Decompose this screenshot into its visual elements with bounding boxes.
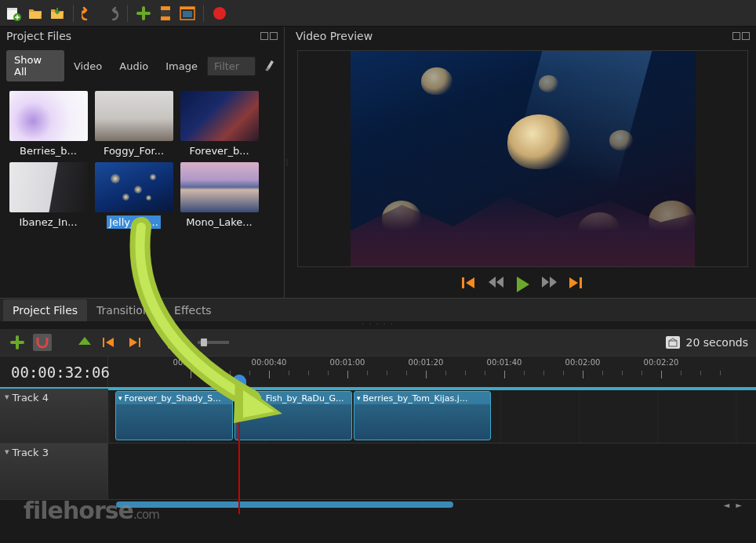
video-preview-title: Video Preview — [296, 30, 373, 42]
filter-input[interactable] — [207, 56, 256, 76]
panel-window-controls[interactable] — [260, 32, 278, 40]
track-header[interactable]: ▾ Track 4 — [0, 389, 108, 443]
timeline-toolbar: ⊕ 20 seconds — [0, 329, 756, 356]
svg-rect-6 — [180, 7, 194, 9]
timeline-clip[interactable]: ▾Forever_by_Shady_S... — [115, 391, 233, 440]
svg-rect-4 — [161, 10, 170, 16]
thumbnail-label: Jelly_Fis... — [107, 215, 161, 229]
rewind-button[interactable] — [489, 277, 504, 295]
thumbnail-item[interactable]: Forever_b... — [179, 91, 260, 157]
thumbnail-item[interactable]: Berries_b... — [8, 91, 89, 157]
track-row: ▾ Track 4 ▾Forever_by_Shady_S...▾Jelly_F… — [0, 387, 756, 443]
prev-marker-button[interactable] — [100, 334, 119, 351]
svg-rect-13 — [669, 341, 677, 346]
preview-viewport — [297, 50, 748, 267]
upper-panels: Project Files Show All Video Audio Image… — [0, 27, 756, 298]
timecode-display: 00:00:32:06 — [0, 357, 108, 387]
scroll-left-icon[interactable]: ◄ — [721, 501, 733, 509]
track-header[interactable]: ▾ Track 3 — [0, 443, 108, 499]
zoom-level-label: 20 seconds — [686, 336, 749, 349]
playhead[interactable] — [238, 389, 240, 514]
next-marker-button[interactable] — [125, 334, 144, 351]
timeline-ruler-row: 00:00:32:06 00:00:2000:00:4000:01:0000:0… — [0, 356, 756, 387]
panel-window-controls[interactable] — [732, 32, 750, 40]
horizontal-splitter[interactable]: · · · · · — [0, 321, 756, 329]
add-track-button[interactable] — [8, 334, 27, 351]
profile-button[interactable] — [157, 5, 174, 22]
tab-effects[interactable]: Effects — [165, 299, 221, 321]
save-project-button[interactable] — [49, 5, 66, 22]
undo-button[interactable] — [81, 5, 98, 22]
chevron-down-icon[interactable]: ▾ — [5, 392, 9, 402]
thumbnail-item[interactable]: Foggy_For... — [93, 91, 174, 157]
watermark-text: filehorse — [24, 497, 133, 524]
jump-start-button[interactable] — [462, 277, 478, 295]
timeline-tracks: ▾ Track 4 ▾Forever_by_Shady_S...▾Jelly_F… — [0, 387, 756, 509]
playback-controls — [289, 270, 756, 298]
filter-image[interactable]: Image — [158, 56, 205, 76]
timeline-clip[interactable]: ▾Jelly_Fish_by_RaDu_G... — [234, 391, 352, 440]
jump-end-button[interactable] — [569, 277, 584, 295]
snap-button[interactable] — [33, 334, 52, 351]
filter-video[interactable]: Video — [66, 56, 110, 76]
track-name-label: Track 4 — [13, 392, 49, 404]
new-project-button[interactable] — [5, 5, 22, 22]
fast-forward-button[interactable] — [542, 277, 558, 295]
track-row: ▾ Track 3 — [0, 443, 756, 500]
project-files-title: Project Files — [6, 30, 71, 42]
svg-rect-11 — [103, 338, 104, 347]
filter-show-all[interactable]: Show All — [6, 50, 64, 81]
main-toolbar — [0, 0, 756, 27]
fullscreen-button[interactable] — [179, 5, 196, 22]
chevron-down-icon[interactable]: ▾ — [5, 447, 9, 457]
thumbnail-item[interactable]: Ibanez_In... — [8, 162, 89, 229]
timeline-ruler[interactable]: 00:00:2000:00:4000:01:0000:01:2000:01:40… — [108, 357, 756, 387]
video-preview-panel: Video Preview — [289, 27, 756, 298]
tab-project-files[interactable]: Project Files — [3, 299, 87, 321]
redo-button[interactable] — [103, 5, 120, 22]
svg-rect-1 — [7, 8, 17, 10]
track-name-label: Track 3 — [13, 447, 49, 458]
project-files-filter-bar: Show All Video Audio Image — [0, 45, 284, 86]
thumbnail-item[interactable]: Mono_Lake... — [179, 162, 260, 229]
thumbnail-grid: Berries_b...Foggy_For...Forever_b...Iban… — [0, 86, 284, 233]
svg-rect-7 — [183, 11, 192, 17]
tab-transitions[interactable]: Transitions — [87, 299, 165, 321]
project-files-panel: Project Files Show All Video Audio Image… — [0, 27, 285, 298]
zoom-slider[interactable] — [198, 341, 229, 344]
thumbnail-item[interactable]: Jelly_Fis... — [93, 162, 174, 229]
video-preview-header: Video Preview — [289, 27, 756, 45]
svg-rect-10 — [580, 277, 582, 288]
svg-rect-9 — [462, 277, 464, 288]
center-playhead-button[interactable]: ⊕ — [168, 336, 180, 349]
zoom-readout-icon[interactable] — [666, 336, 680, 349]
scrollbar-thumb[interactable] — [116, 501, 453, 508]
svg-rect-12 — [139, 338, 140, 347]
thumbnail-label: Berries_b... — [17, 144, 79, 157]
project-files-header: Project Files — [0, 27, 284, 45]
lower-panel-tabs: Project Files Transitions Effects — [0, 298, 756, 321]
timeline-clip[interactable]: ▾Berries_by_Tom_Kijas.j... — [354, 391, 491, 440]
watermark: filehorse.com — [24, 497, 159, 524]
thumbnail-label: Foggy_For... — [101, 144, 166, 157]
thumbnail-label: Forever_b... — [187, 144, 251, 157]
export-button[interactable] — [211, 5, 228, 22]
track-lane[interactable] — [108, 443, 756, 499]
clear-filter-icon[interactable] — [262, 57, 278, 75]
svg-point-8 — [213, 7, 226, 20]
track-lane[interactable]: ▾Forever_by_Shady_S...▾Jelly_Fish_by_RaD… — [108, 389, 756, 443]
filter-audio[interactable]: Audio — [111, 56, 156, 76]
scroll-right-icon[interactable]: ► — [732, 501, 745, 509]
thumbnail-label: Mono_Lake... — [184, 215, 255, 229]
add-marker-button[interactable] — [75, 334, 94, 351]
open-project-button[interactable] — [27, 5, 44, 22]
thumbnail-label: Ibanez_In... — [16, 215, 79, 229]
import-files-button[interactable] — [135, 5, 152, 22]
play-button[interactable] — [515, 277, 531, 295]
watermark-suffix: .com — [133, 508, 159, 522]
